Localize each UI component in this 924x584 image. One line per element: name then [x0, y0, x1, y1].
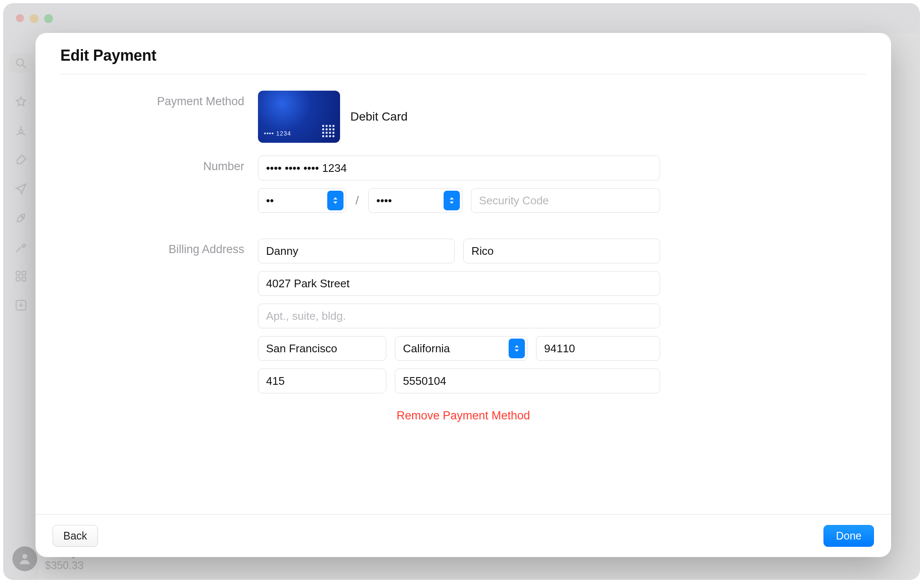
payment-method-label: Payment Method: [60, 91, 244, 108]
exp-year-value: ••••: [376, 194, 392, 207]
city-input[interactable]: [258, 336, 386, 361]
state-select[interactable]: California: [395, 336, 527, 361]
exp-year-select[interactable]: ••••: [368, 188, 462, 213]
phone-number-input[interactable]: [395, 369, 660, 393]
exp-month-select[interactable]: ••: [258, 188, 346, 213]
remove-payment-method-button[interactable]: Remove Payment Method: [394, 409, 533, 423]
stepper-icon: [509, 339, 525, 358]
card-type-label: Debit Card: [350, 110, 408, 124]
last-name-input[interactable]: [463, 239, 660, 263]
expiry-slash: /: [355, 194, 360, 207]
card-masked-number: •••• 1234: [264, 130, 291, 137]
phone-area-input[interactable]: [258, 369, 386, 393]
billing-address-label: Billing Address: [60, 239, 244, 256]
first-name-input[interactable]: [258, 239, 455, 263]
street1-input[interactable]: [258, 271, 660, 296]
sheet-title: Edit Payment: [60, 47, 866, 65]
stepper-icon: [444, 191, 460, 210]
exp-month-value: ••: [266, 194, 274, 207]
edit-payment-sheet: Edit Payment Payment Method •••• 1234: [36, 33, 891, 557]
stepper-icon: [327, 191, 344, 210]
card-number-input[interactable]: [258, 156, 660, 180]
app-store-window: Danny Rico $350.33 Edit Payment Payment …: [3, 3, 920, 580]
state-value: California: [403, 342, 450, 355]
security-code-input[interactable]: [471, 188, 660, 213]
card-chip-icon: [322, 125, 335, 138]
card-graphic: •••• 1234: [258, 91, 340, 143]
street2-input[interactable]: [258, 304, 660, 328]
number-label: Number: [60, 156, 244, 173]
done-button[interactable]: Done: [823, 525, 874, 547]
back-button[interactable]: Back: [53, 525, 98, 547]
postal-code-input[interactable]: [536, 336, 660, 361]
